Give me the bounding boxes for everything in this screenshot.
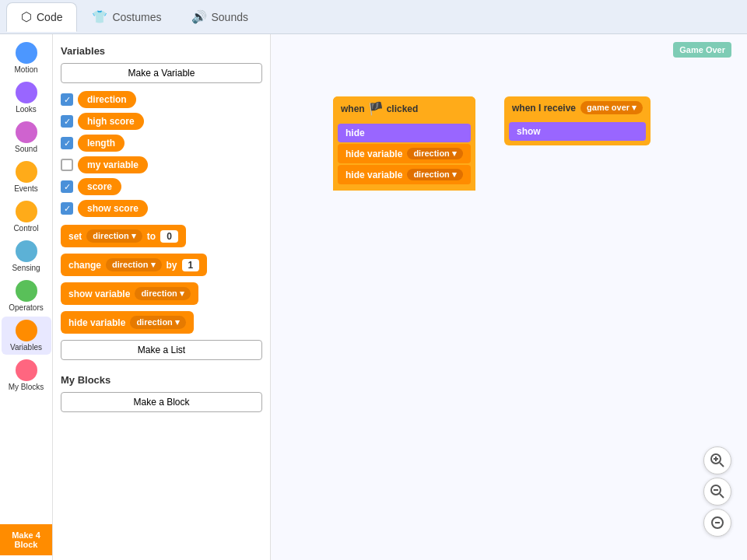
var-item-showscore: show score [61, 200, 262, 217]
hide-var-block-2[interactable]: hide variable direction ▾ [338, 165, 471, 184]
sidebar-item-operators[interactable]: Operators [2, 277, 51, 315]
var-checkbox-score[interactable] [61, 180, 73, 193]
sidebar-item-sensing[interactable]: Sensing [2, 237, 51, 275]
receive-dropdown[interactable]: game over ▾ [580, 101, 643, 114]
sidebar-item-sound[interactable]: Sound [2, 118, 51, 156]
when-receive-block[interactable]: when I receive game over ▾ show [504, 96, 651, 145]
change-block-row: change direction ▾ by 1 [61, 254, 262, 276]
tab-code-label: Code [37, 11, 62, 23]
variables-circle [16, 320, 37, 341]
events-circle [16, 161, 37, 183]
hide-var-1-dropdown[interactable]: direction ▾ [407, 148, 463, 159]
show-var-dropdown[interactable]: direction ▾ [135, 287, 191, 300]
my-blocks-section: My Blocks Make a Block [61, 374, 262, 420]
sounds-icon: 🔊 [191, 9, 207, 24]
looks-circle [16, 82, 37, 103]
sidebar-item-looks[interactable]: Looks [2, 79, 51, 117]
tab-sounds-label: Sounds [212, 11, 248, 23]
events-label: Events [14, 184, 38, 193]
sidebar-item-control[interactable]: Control [2, 198, 51, 236]
set-block-row: set direction ▾ to 0 [61, 225, 262, 247]
set-block[interactable]: set direction ▾ to 0 [61, 225, 186, 247]
operators-circle [16, 280, 37, 302]
var-checkbox-length[interactable] [61, 137, 73, 149]
flag-icon: 🏴 [368, 101, 384, 116]
change-var-dropdown[interactable]: direction ▾ [106, 258, 162, 271]
variable-list: direction high score length my variable … [61, 91, 262, 217]
var-pill-showscore[interactable]: show score [78, 200, 148, 217]
zoom-reset-button[interactable] [703, 509, 731, 537]
sound-circle [16, 121, 37, 143]
var-item-highscore: high score [61, 113, 262, 130]
svg-line-5 [720, 494, 724, 498]
make-4-block-button[interactable]: Make 4 Block [0, 524, 52, 555]
variables-label: Variables [10, 343, 42, 352]
zoom-reset-icon [710, 515, 725, 530]
categories-sidebar: Motion Looks Sound Events Control Sensin… [0, 34, 53, 560]
var-checkbox-myvariable[interactable] [61, 159, 73, 171]
sensing-label: Sensing [12, 264, 40, 272]
sidebar-item-events[interactable]: Events [2, 158, 51, 196]
make-block-button[interactable]: Make a Block [61, 392, 262, 412]
hide-var-dropdown[interactable]: direction ▾ [130, 316, 186, 329]
zoom-out-icon [710, 484, 725, 499]
make-4-block-label: Make 4 Block [12, 530, 40, 549]
control-circle [16, 201, 37, 222]
sidebar-item-variables[interactable]: Variables [2, 317, 51, 355]
my-blocks-title: My Blocks [61, 374, 262, 386]
code-icon: ⬡ [21, 9, 32, 24]
hide-var-block-1[interactable]: hide variable direction ▾ [338, 144, 471, 163]
when-flag-clicked-block[interactable]: when 🏴 clicked hide hide variable direct… [333, 96, 475, 191]
motion-label: Motion [14, 65, 37, 74]
change-block[interactable]: change direction ▾ by 1 [61, 254, 207, 276]
set-var-dropdown[interactable]: direction ▾ [86, 229, 142, 243]
tab-costumes[interactable]: 👕 Costumes [77, 2, 176, 32]
motion-circle [16, 42, 37, 64]
tab-code[interactable]: ⬡ Code [6, 2, 77, 32]
show-block[interactable]: show [509, 122, 646, 141]
control-label: Control [13, 224, 38, 233]
game-over-badge: Game Over [673, 42, 731, 58]
top-tabs: ⬡ Code 👕 Costumes 🔊 Sounds [0, 0, 747, 34]
var-pill-score[interactable]: score [78, 178, 121, 195]
make-variable-button[interactable]: Make a Variable [61, 63, 262, 83]
var-pill-myvariable[interactable]: my variable [78, 156, 148, 173]
myblocks-circle [16, 359, 37, 381]
costumes-icon: 👕 [92, 9, 107, 24]
operators-label: Operators [9, 303, 43, 312]
main-layout: Motion Looks Sound Events Control Sensin… [0, 34, 747, 560]
show-var-block-row: show variable direction ▾ [61, 282, 262, 305]
sidebar-item-motion[interactable]: Motion [2, 39, 51, 77]
zoom-in-icon [710, 453, 725, 468]
sound-label: Sound [15, 145, 37, 153]
sidebar-item-myblocks[interactable]: My Blocks [2, 356, 51, 394]
hide-var-block-row: hide variable direction ▾ [61, 311, 262, 334]
var-checkbox-direction[interactable] [61, 93, 73, 106]
make-list-button[interactable]: Make a List [61, 340, 262, 360]
show-variable-block[interactable]: show variable direction ▾ [61, 282, 198, 305]
tab-sounds[interactable]: 🔊 Sounds [177, 2, 263, 32]
tab-costumes-label: Costumes [112, 11, 161, 23]
var-pill-highscore[interactable]: high score [78, 113, 144, 130]
var-checkbox-highscore[interactable] [61, 115, 73, 128]
var-item-length: length [61, 135, 262, 152]
looks-label: Looks [16, 105, 37, 114]
svg-line-1 [720, 463, 724, 467]
variables-section-title: Variables [61, 45, 262, 57]
hide-variable-block[interactable]: hide variable direction ▾ [61, 311, 194, 334]
blocks-panel: Variables Make a Variable direction high… [53, 34, 271, 560]
zoom-out-button[interactable] [703, 478, 731, 506]
zoom-controls [703, 446, 731, 537]
var-item-direction: direction [61, 91, 262, 108]
hide-block[interactable]: hide [338, 124, 471, 142]
var-item-myvariable: my variable [61, 156, 262, 173]
myblocks-label: My Blocks [9, 383, 44, 391]
zoom-in-button[interactable] [703, 446, 731, 474]
sensing-circle [16, 240, 37, 262]
canvas-area: Game Over when 🏴 clicked hide hide varia… [271, 34, 747, 560]
var-pill-length[interactable]: length [78, 135, 124, 152]
hide-var-2-dropdown[interactable]: direction ▾ [407, 169, 463, 180]
var-pill-direction[interactable]: direction [78, 91, 136, 108]
var-checkbox-showscore[interactable] [61, 202, 73, 215]
var-item-score: score [61, 178, 262, 195]
